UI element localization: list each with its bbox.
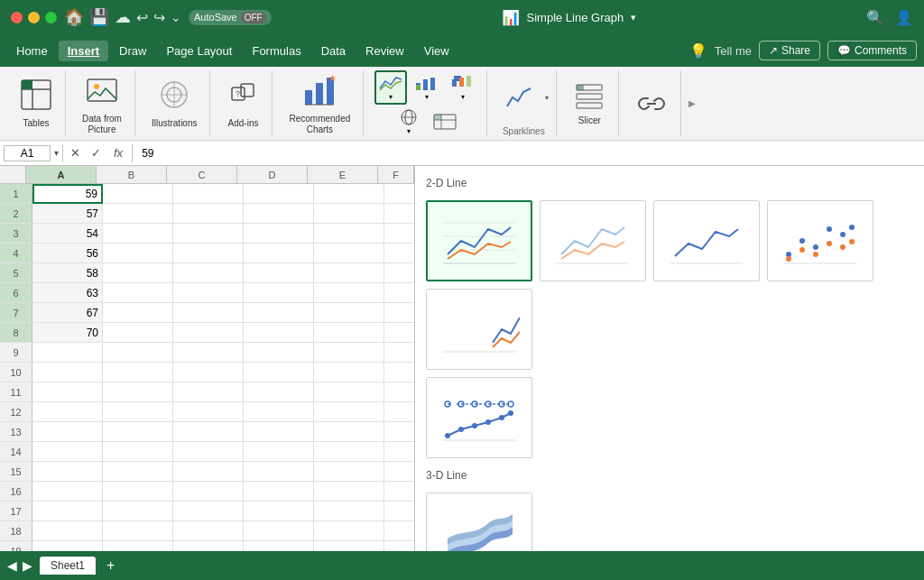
cell-C6[interactable] <box>173 283 244 303</box>
cell-D16[interactable] <box>244 482 314 502</box>
cell-E9[interactable] <box>314 343 384 363</box>
cell-E11[interactable] <box>314 382 384 402</box>
sparklines-button[interactable] <box>498 78 541 117</box>
cell-B7[interactable] <box>103 303 173 323</box>
row-num-12[interactable]: 12 <box>0 402 32 422</box>
cell-F18[interactable] <box>384 521 415 541</box>
cell-F3[interactable] <box>384 224 415 244</box>
chart-thumb-line5[interactable] <box>426 289 532 370</box>
cell-E2[interactable] <box>314 204 384 224</box>
menu-insert[interactable]: Insert <box>59 41 108 61</box>
row-num-6[interactable]: 6 <box>0 283 32 303</box>
line-chart-button[interactable]: ▾ <box>374 70 407 105</box>
pivot-chart-button[interactable] <box>429 106 461 137</box>
cell-B4[interactable] <box>103 244 173 263</box>
search-icon[interactable]: 🔍 <box>866 9 884 26</box>
cell-D8[interactable] <box>244 323 314 343</box>
cell-A2[interactable]: 57 <box>32 204 103 224</box>
cell-C1[interactable] <box>173 184 244 204</box>
cell-A19[interactable] <box>32 541 103 551</box>
cell-A1[interactable]: 59 <box>32 184 103 204</box>
cell-F14[interactable] <box>384 442 415 462</box>
chart-thumb-3dline[interactable] <box>426 493 532 551</box>
undo-icon[interactable]: ↩ <box>136 9 148 26</box>
cell-B12[interactable] <box>103 402 173 422</box>
chart-thumb-line1[interactable] <box>426 200 532 281</box>
slicer-button[interactable]: Slicer <box>568 78 611 130</box>
cell-B2[interactable] <box>103 204 173 224</box>
cell-E8[interactable] <box>314 323 384 343</box>
col-header-F[interactable]: F <box>378 166 414 184</box>
menu-home[interactable]: Home <box>7 41 57 61</box>
cell-E4[interactable] <box>314 244 384 263</box>
cell-B18[interactable] <box>103 521 173 541</box>
cell-C4[interactable] <box>173 244 244 263</box>
row-num-13[interactable]: 13 <box>0 422 32 442</box>
cell-A4[interactable]: 56 <box>32 244 103 263</box>
cell-D7[interactable] <box>244 303 314 323</box>
nav-right-icon[interactable]: ▶ <box>23 558 32 573</box>
chart-thumb-line2[interactable] <box>540 200 646 281</box>
cell-B8[interactable] <box>103 323 173 343</box>
chart-thumb-line4[interactable] <box>767 200 873 281</box>
row-num-4[interactable]: 4 <box>0 244 32 263</box>
name-box[interactable] <box>4 145 51 161</box>
cell-C18[interactable] <box>173 521 244 541</box>
cell-F15[interactable] <box>384 462 415 482</box>
menu-data[interactable]: Data <box>312 41 355 61</box>
cell-D11[interactable] <box>244 382 314 402</box>
cell-C17[interactable] <box>173 502 244 521</box>
cell-A18[interactable] <box>32 521 103 541</box>
cell-F7[interactable] <box>384 303 415 323</box>
link-button[interactable] <box>630 84 673 124</box>
cell-F12[interactable] <box>384 402 415 422</box>
chart-thumb-markers[interactable] <box>426 377 532 458</box>
cell-E6[interactable] <box>314 283 384 303</box>
name-box-dropdown[interactable]: ▾ <box>54 148 59 158</box>
row-num-14[interactable]: 14 <box>0 442 32 462</box>
cell-B17[interactable] <box>103 502 173 521</box>
cell-B3[interactable] <box>103 224 173 244</box>
add-ins-button[interactable]: ? Add-ins <box>221 75 264 133</box>
cell-B11[interactable] <box>103 382 173 402</box>
cell-C19[interactable] <box>173 541 244 551</box>
cell-F17[interactable] <box>384 502 415 521</box>
cell-C2[interactable] <box>173 204 244 224</box>
home-icon[interactable]: 🏠 <box>64 7 84 27</box>
cell-D6[interactable] <box>244 283 314 303</box>
cell-D5[interactable] <box>244 263 314 283</box>
cell-C12[interactable] <box>173 402 244 422</box>
cell-C7[interactable] <box>173 303 244 323</box>
cell-A6[interactable]: 63 <box>32 283 103 303</box>
cell-E18[interactable] <box>314 521 384 541</box>
tell-me[interactable]: Tell me <box>715 44 752 58</box>
cell-E19[interactable] <box>314 541 384 551</box>
cell-F5[interactable] <box>384 263 415 283</box>
cell-B19[interactable] <box>103 541 173 551</box>
row-num-19[interactable]: 19 <box>0 541 32 551</box>
cell-D17[interactable] <box>244 502 314 521</box>
tables-button[interactable]: Tables <box>14 75 58 133</box>
cell-C15[interactable] <box>173 462 244 482</box>
menu-page-layout[interactable]: Page Layout <box>157 41 241 61</box>
autosave-toggle[interactable]: AutoSave OFF <box>189 10 272 25</box>
comments-button[interactable]: 💬 Comments <box>827 41 917 60</box>
more-icon[interactable]: ⌄ <box>171 10 181 24</box>
cell-D13[interactable] <box>244 422 314 442</box>
formula-input[interactable] <box>136 147 920 160</box>
cell-F10[interactable] <box>384 363 415 382</box>
cell-E7[interactable] <box>314 303 384 323</box>
cell-A7[interactable]: 67 <box>32 303 103 323</box>
illustrations-button[interactable]: Illustrations <box>146 75 203 133</box>
cell-A10[interactable] <box>32 363 103 382</box>
col-header-E[interactable]: E <box>308 166 378 184</box>
cell-C9[interactable] <box>173 343 244 363</box>
cell-B13[interactable] <box>103 422 173 442</box>
menu-view[interactable]: View <box>415 41 458 61</box>
cell-E17[interactable] <box>314 502 384 521</box>
row-num-17[interactable]: 17 <box>0 502 32 521</box>
row-num-16[interactable]: 16 <box>0 482 32 502</box>
account-icon[interactable]: 👤 <box>895 9 913 26</box>
cell-D9[interactable] <box>244 343 314 363</box>
cell-B10[interactable] <box>103 363 173 382</box>
